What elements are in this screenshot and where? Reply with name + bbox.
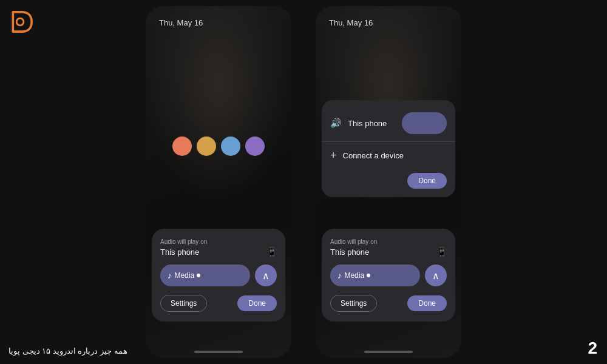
persian-text: همه چیز درباره اندروید ۱۵ دیجی پویا bbox=[8, 346, 127, 356]
slider-dot-left bbox=[197, 274, 200, 277]
phone-screen-left: Thu, May 16 Audio will play on This phon… bbox=[146, 6, 291, 358]
phone-screen-right: Thu, May 16 🔊 This phone + Connect a dev… bbox=[316, 6, 461, 358]
screens-container: Thu, May 16 Audio will play on This phon… bbox=[0, 0, 607, 364]
device-selector-footer: Done bbox=[322, 168, 455, 191]
phone-icon-right: 📱 bbox=[436, 246, 447, 257]
phone-icon-left: 📱 bbox=[266, 246, 277, 257]
device-row-this-phone[interactable]: 🔊 This phone bbox=[322, 106, 455, 140]
slider-row-left: ♪ Media ∧ bbox=[160, 265, 277, 286]
device-row-connect[interactable]: + Connect a device bbox=[322, 143, 455, 168]
done-button-selector[interactable]: Done bbox=[407, 173, 447, 189]
slider-track-left[interactable]: ♪ Media bbox=[160, 265, 250, 286]
phone-date-left: Thu, May 16 bbox=[159, 18, 203, 27]
panel-footer-right: Settings Done bbox=[330, 295, 447, 312]
done-button-right[interactable]: Done bbox=[407, 295, 447, 311]
device-row-content-1: This phone bbox=[348, 119, 393, 128]
settings-button-left[interactable]: Settings bbox=[160, 295, 207, 312]
audio-label-right: Audio will play on bbox=[330, 238, 447, 245]
audio-label-left: Audio will play on bbox=[160, 238, 277, 245]
phone-date-right: Thu, May 16 bbox=[329, 18, 373, 27]
home-indicator-left bbox=[194, 351, 243, 353]
volume-panel-left: Audio will play on This phone 📱 ♪ Media … bbox=[152, 229, 285, 322]
avatar-2[interactable] bbox=[197, 136, 216, 156]
device-selector: 🔊 This phone + Connect a device Done bbox=[322, 100, 455, 197]
device-name-left: This phone bbox=[160, 248, 199, 257]
logo bbox=[8, 8, 35, 35]
done-button-left[interactable]: Done bbox=[237, 295, 277, 311]
speaker-icon: 🔊 bbox=[330, 118, 342, 129]
slider-track-right[interactable]: ♪ Media bbox=[330, 265, 420, 286]
chevron-up-right[interactable]: ∧ bbox=[425, 265, 447, 286]
this-phone-label: This phone bbox=[348, 119, 387, 128]
device-fill-bar bbox=[402, 112, 447, 134]
audio-device-left: This phone 📱 bbox=[160, 246, 277, 257]
plus-icon: + bbox=[330, 149, 337, 162]
audio-device-right: This phone 📱 bbox=[330, 246, 447, 257]
avatar-1[interactable] bbox=[172, 136, 192, 156]
slider-dot-right bbox=[367, 274, 370, 277]
slider-label-left: Media bbox=[174, 271, 194, 280]
device-name-right: This phone bbox=[330, 248, 369, 257]
avatar-4[interactable] bbox=[245, 136, 265, 156]
number-badge: 2 bbox=[588, 339, 597, 358]
slider-label-right: Media bbox=[344, 271, 364, 280]
slider-row-right: ♪ Media ∧ bbox=[330, 265, 447, 286]
device-row-content-2: Connect a device bbox=[343, 151, 447, 160]
avatar-row-left bbox=[146, 136, 291, 156]
music-icon-right: ♪ bbox=[337, 271, 342, 280]
chevron-up-left[interactable]: ∧ bbox=[255, 265, 277, 286]
svg-point-0 bbox=[16, 18, 24, 25]
panel-footer-left: Settings Done bbox=[160, 295, 277, 312]
music-icon-left: ♪ bbox=[168, 271, 172, 280]
divider bbox=[322, 141, 455, 142]
avatar-3[interactable] bbox=[221, 136, 240, 156]
home-indicator-right bbox=[364, 351, 413, 353]
connect-device-label: Connect a device bbox=[343, 151, 404, 160]
settings-button-right[interactable]: Settings bbox=[330, 295, 377, 312]
volume-panel-right: Audio will play on This phone 📱 ♪ Media … bbox=[322, 229, 455, 322]
